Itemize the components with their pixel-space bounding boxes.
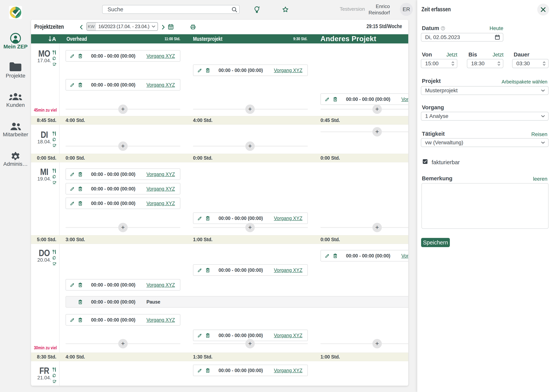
svg-text:A: A <box>52 36 56 42</box>
